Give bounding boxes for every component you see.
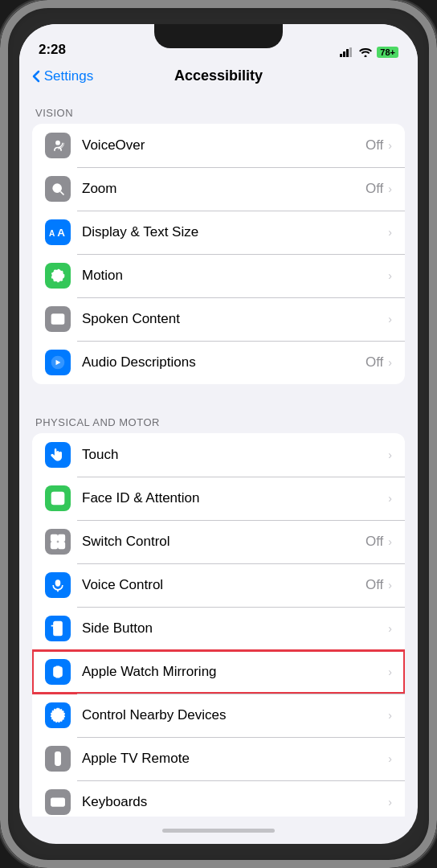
- signal-icon: [340, 47, 354, 57]
- svg-rect-1: [343, 51, 345, 57]
- side-button-label: Side Button: [82, 620, 388, 637]
- phone-frame: 2:28 78+: [0, 0, 437, 868]
- spoken-content-label: Spoken Content: [82, 311, 388, 327]
- row-voice-control[interactable]: Voice Control Off ›: [32, 563, 405, 607]
- display-text-size-icon: A A: [45, 219, 71, 245]
- vision-group: VoiceOver Off › Zoom Off ›: [32, 124, 405, 384]
- zoom-value: Off: [366, 181, 383, 197]
- row-apple-watch-mirroring[interactable]: Apple Watch Mirroring ›: [32, 650, 405, 694]
- side-button-icon: [45, 616, 71, 641]
- nearby-devices-chevron: ›: [388, 709, 392, 722]
- apple-watch-mirroring-chevron: ›: [388, 665, 392, 678]
- row-faceid[interactable]: Face ID & Attention ›: [32, 477, 405, 520]
- back-button[interactable]: Settings: [32, 68, 93, 84]
- row-side-button[interactable]: Side Button ›: [32, 607, 405, 650]
- svg-text:A: A: [57, 227, 65, 239]
- row-zoom[interactable]: Zoom Off ›: [32, 167, 405, 211]
- faceid-chevron: ›: [388, 492, 392, 505]
- svg-line-6: [60, 191, 63, 194]
- appletv-remote-label: Apple TV Remote: [82, 751, 388, 767]
- svg-rect-3: [349, 47, 352, 57]
- voice-control-label: Voice Control: [82, 577, 366, 593]
- zoom-icon: [45, 176, 71, 202]
- svg-rect-23: [59, 542, 65, 549]
- notch: [154, 24, 283, 48]
- voiceover-icon: [45, 133, 71, 158]
- voice-control-value: Off: [366, 577, 383, 593]
- motion-chevron: ›: [388, 269, 392, 282]
- audio-descriptions-chevron: ›: [388, 356, 392, 369]
- svg-point-24: [55, 579, 61, 586]
- svg-rect-31: [56, 677, 60, 678]
- row-audio-descriptions[interactable]: Audio Descriptions Off ›: [32, 341, 405, 384]
- svg-rect-17: [52, 493, 64, 505]
- row-spoken-content[interactable]: Spoken Content ›: [32, 297, 405, 341]
- physical-group: Touch › Face ID & Attention › Swit: [32, 433, 405, 817]
- motion-icon: [45, 263, 71, 289]
- svg-rect-38: [51, 798, 65, 806]
- svg-point-35: [57, 755, 59, 757]
- spoken-content-chevron: ›: [388, 313, 392, 326]
- row-appletv-remote[interactable]: Apple TV Remote ›: [32, 737, 405, 780]
- touch-icon: [45, 442, 71, 468]
- row-display-text-size[interactable]: A A Display & Text Size ›: [32, 211, 405, 254]
- audio-descriptions-icon: [45, 350, 71, 375]
- side-button-chevron: ›: [388, 622, 392, 635]
- switch-control-value: Off: [366, 534, 383, 550]
- svg-rect-22: [51, 542, 57, 549]
- voice-control-icon: [45, 572, 71, 598]
- screen: 2:28 78+: [19, 24, 418, 844]
- svg-rect-32: [56, 670, 60, 674]
- touch-label: Touch: [82, 447, 388, 463]
- row-touch[interactable]: Touch ›: [32, 433, 405, 477]
- appletv-remote-icon: [45, 746, 71, 772]
- row-switch-control[interactable]: Switch Control Off ›: [32, 520, 405, 563]
- row-voiceover[interactable]: VoiceOver Off ›: [32, 124, 405, 167]
- svg-rect-2: [346, 49, 349, 57]
- apple-watch-mirroring-label: Apple Watch Mirroring: [82, 664, 388, 680]
- back-label: Settings: [44, 68, 93, 84]
- row-nearby-devices[interactable]: Control Nearby Devices ›: [32, 694, 405, 737]
- content-area: VISION VoiceOver Off › Zoom: [19, 91, 418, 817]
- svg-text:A: A: [49, 229, 55, 238]
- section-header-vision: VISION: [19, 91, 418, 124]
- motion-label: Motion: [82, 268, 388, 284]
- row-keyboards[interactable]: Keyboards ›: [32, 780, 405, 817]
- zoom-label: Zoom: [82, 181, 366, 197]
- switch-control-icon: [45, 529, 71, 555]
- switch-control-label: Switch Control: [82, 534, 366, 550]
- svg-rect-0: [340, 54, 342, 57]
- nav-bar: Settings Accessibility: [19, 64, 418, 91]
- faceid-icon: [45, 485, 71, 511]
- display-text-chevron: ›: [388, 226, 392, 239]
- svg-point-19: [59, 497, 61, 498]
- touch-chevron: ›: [388, 448, 392, 461]
- home-indicator: [19, 817, 418, 844]
- row-motion[interactable]: Motion ›: [32, 254, 405, 297]
- switch-control-chevron: ›: [388, 535, 392, 548]
- voiceover-chevron: ›: [388, 139, 392, 152]
- zoom-chevron: ›: [388, 182, 392, 195]
- nearby-devices-label: Control Nearby Devices: [82, 707, 388, 723]
- voice-control-chevron: ›: [388, 579, 392, 592]
- svg-point-33: [55, 713, 61, 719]
- svg-rect-20: [51, 535, 57, 542]
- nearby-devices-icon: [45, 702, 71, 728]
- status-icons: 78+: [340, 47, 398, 58]
- section-header-physical: PHYSICAL AND MOTOR: [19, 400, 418, 433]
- display-text-size-label: Display & Text Size: [82, 224, 388, 240]
- appletv-remote-chevron: ›: [388, 752, 392, 765]
- spoken-content-icon: [45, 306, 71, 332]
- svg-rect-21: [59, 535, 65, 542]
- voiceover-value: Off: [366, 137, 383, 154]
- apple-watch-mirroring-icon: [45, 659, 71, 685]
- svg-rect-26: [54, 622, 62, 636]
- faceid-label: Face ID & Attention: [82, 490, 388, 506]
- page-title: Accessibility: [174, 68, 263, 84]
- audio-descriptions-label: Audio Descriptions: [82, 354, 366, 371]
- home-bar: [162, 829, 275, 833]
- keyboards-icon: [45, 789, 71, 815]
- battery-badge: 78+: [377, 47, 398, 58]
- svg-point-4: [55, 141, 60, 145]
- keyboards-label: Keyboards: [82, 794, 388, 810]
